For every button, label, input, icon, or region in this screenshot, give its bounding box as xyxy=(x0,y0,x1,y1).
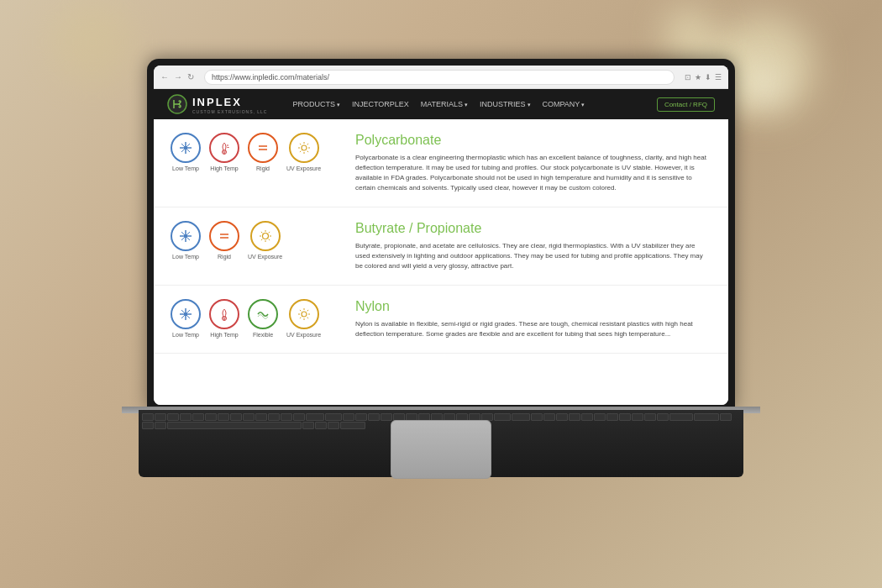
browser-back[interactable]: ← xyxy=(160,72,169,81)
material-row-nylon: Low Temp High Temp xyxy=(154,286,728,354)
nav-industries[interactable]: INDUSTRIES xyxy=(480,100,530,108)
polycarbonate-title: Polycarbonate xyxy=(355,133,711,148)
nav-company[interactable]: COMPANY xyxy=(543,100,585,108)
nav-products[interactable]: PRODUCTS xyxy=(292,100,339,108)
icon-flexible-nylon: Flexible xyxy=(248,299,278,338)
svg-line-32 xyxy=(261,232,262,233)
low-temp-icon-but xyxy=(171,221,201,251)
polycarbonate-icons: Low Temp xyxy=(171,133,339,171)
icon-high-temp-poly: High Temp xyxy=(209,133,239,171)
low-temp-label: Low Temp xyxy=(172,165,199,171)
icon-low-temp-but: Low Temp xyxy=(171,221,201,260)
rigid-icon-but xyxy=(209,221,239,251)
nylon-title: Nylon xyxy=(355,299,711,314)
svg-line-47 xyxy=(300,310,301,311)
svg-line-33 xyxy=(268,239,269,240)
laptop-screen: ← → ↻ https://www.inpledic.com/materials… xyxy=(147,59,735,412)
uv-label-but: UV Exposure xyxy=(248,254,282,260)
browser-bar: ← → ↻ https://www.inpledic.com/materials… xyxy=(154,66,728,89)
screen-inner: ← → ↻ https://www.inpledic.com/materials… xyxy=(154,66,728,405)
low-temp-icon-nylon xyxy=(171,299,201,329)
svg-point-24 xyxy=(184,234,187,238)
high-temp-icon xyxy=(209,133,239,163)
page-content: Low Temp xyxy=(154,119,728,405)
browser-toolbar: ⊡★⬇☰ xyxy=(685,73,722,81)
high-temp-label: High Temp xyxy=(210,165,238,171)
uv-icon xyxy=(289,133,319,163)
icon-high-temp-nylon: High Temp xyxy=(209,299,239,338)
polycarbonate-desc: Polycarbonate is a clear engineering the… xyxy=(355,153,711,193)
logo-text: INPLEX xyxy=(192,96,242,108)
uv-label-nylon: UV Exposure xyxy=(286,332,321,338)
svg-line-35 xyxy=(261,239,262,240)
nylon-icons: Low Temp High Temp xyxy=(171,299,339,338)
icon-uv-nylon: UV Exposure xyxy=(286,299,321,338)
browser-forward[interactable]: → xyxy=(174,72,182,81)
low-temp-label-nylon: Low Temp xyxy=(172,332,199,338)
svg-line-19 xyxy=(300,151,301,152)
contact-button[interactable]: Contact / RFQ xyxy=(657,97,715,112)
browser-url-bar[interactable]: https://www.inpledic.com/materials/ xyxy=(204,70,675,85)
svg-point-40 xyxy=(184,312,187,316)
svg-line-49 xyxy=(307,310,307,311)
material-row-butyrate: Low Temp Rigid xyxy=(154,207,728,286)
nav-materials[interactable]: MATERIALS xyxy=(421,100,468,108)
logo-icon xyxy=(167,94,187,114)
svg-line-48 xyxy=(307,318,307,318)
svg-line-50 xyxy=(300,318,301,318)
svg-line-34 xyxy=(268,232,269,233)
flexible-label-nylon: Flexible xyxy=(253,332,273,338)
svg-point-5 xyxy=(184,146,187,150)
butyrate-icons: Low Temp Rigid xyxy=(171,221,339,260)
svg-point-42 xyxy=(302,312,307,317)
nav-items: PRODUCTS INJECTORPLEX MATERIALS INDUSTRI… xyxy=(292,100,585,108)
low-temp-label-but: Low Temp xyxy=(172,254,199,260)
svg-point-11 xyxy=(302,145,307,150)
rigid-label-but: Rigid xyxy=(218,254,231,260)
rigid-label: Rigid xyxy=(256,165,270,171)
browser-refresh[interactable]: ↻ xyxy=(187,72,194,81)
svg-line-17 xyxy=(307,151,307,152)
high-temp-icon-nylon xyxy=(209,299,239,329)
laptop-trackpad[interactable] xyxy=(391,420,491,479)
butyrate-title: Butyrate / Propionate xyxy=(355,221,711,236)
logo-sub: CUSTOM EXTRUSIONS, LLC xyxy=(192,109,267,114)
icon-uv-poly: UV Exposure xyxy=(286,133,321,171)
logo[interactable]: INPLEX CUSTOM EXTRUSIONS, LLC xyxy=(167,94,267,114)
butyrate-desc: Butyrate, propionate, and acetate are ce… xyxy=(355,241,711,271)
material-row-polycarbonate: Low Temp xyxy=(154,119,728,207)
low-temp-icon xyxy=(171,133,201,163)
butyrate-text: Butyrate / Propionate Butyrate, propiona… xyxy=(355,221,711,271)
navigation: INPLEX CUSTOM EXTRUSIONS, LLC PRODUCTS I… xyxy=(154,89,728,119)
icon-low-temp-nylon: Low Temp xyxy=(171,299,201,338)
url-text: https://www.inpledic.com/materials/ xyxy=(212,73,329,81)
flexible-icon-nylon xyxy=(248,299,278,329)
rigid-icon xyxy=(248,133,278,163)
nav-injectorplex[interactable]: INJECTORPLEX xyxy=(352,100,409,108)
polycarbonate-text: Polycarbonate Polycarbonate is a clear e… xyxy=(355,133,711,193)
nylon-desc: Nylon is available in flexible, semi-rig… xyxy=(355,319,711,339)
icon-rigid-poly: Rigid xyxy=(248,133,278,171)
uv-icon-but xyxy=(250,221,281,251)
high-temp-label-nylon: High Temp xyxy=(210,332,238,338)
icon-uv-but: UV Exposure xyxy=(248,221,282,260)
icon-rigid-but: Rigid xyxy=(209,221,239,260)
uv-label: UV Exposure xyxy=(286,165,321,171)
icon-low-temp-poly: Low Temp xyxy=(171,133,201,171)
svg-line-18 xyxy=(307,144,307,144)
svg-line-16 xyxy=(300,144,301,144)
uv-icon-nylon xyxy=(289,299,319,329)
laptop: ← → ↻ https://www.inpledic.com/materials… xyxy=(122,59,760,496)
website: INPLEX CUSTOM EXTRUSIONS, LLC PRODUCTS I… xyxy=(154,89,728,405)
svg-point-27 xyxy=(262,234,268,239)
nylon-text: Nylon Nylon is available in flexible, se… xyxy=(355,299,711,339)
